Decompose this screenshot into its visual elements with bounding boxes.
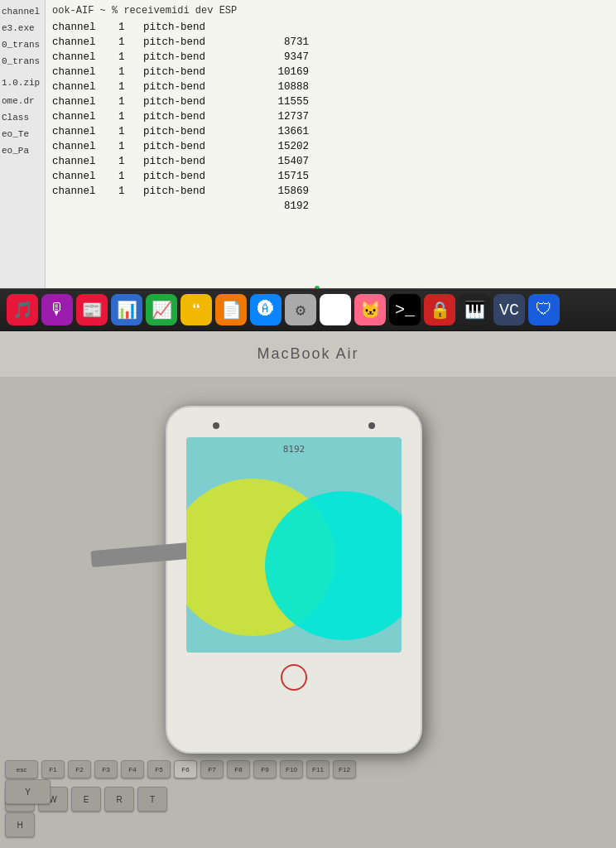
- news-icon[interactable]: 📰: [76, 294, 108, 325]
- piano-icon[interactable]: 🎹: [459, 294, 490, 325]
- device-sensor-row: [180, 422, 408, 429]
- sidebar-item: eo_Pa: [0, 142, 45, 159]
- sidebar: channel e3.exe 0_trans 0_trans 1.0.zip o…: [0, 0, 46, 323]
- terminal-row: channel1pitch-bend15202: [52, 139, 609, 154]
- macbook-label-area: MacBook Air: [0, 331, 616, 377]
- bitwarden-icon[interactable]: 🛡: [528, 294, 560, 325]
- terminal-icon[interactable]: >_: [389, 294, 421, 325]
- sidebar-item: 0_trans: [0, 53, 45, 70]
- sidebar-item: ome.dr: [0, 93, 45, 109]
- laptop-screen: channel e3.exe 0_trans 0_trans 1.0.zip o…: [0, 0, 616, 323]
- keynote-icon[interactable]: 📊: [111, 294, 142, 325]
- terminal-header: ook-AIF ~ % receivemidi dev ESP: [52, 3, 609, 18]
- game-icon[interactable]: 🐱: [354, 294, 386, 325]
- sidebar-item: eo_Te: [0, 126, 45, 142]
- key-esc[interactable]: esc: [5, 760, 38, 778]
- macbook-label: MacBook Air: [257, 345, 359, 363]
- terminal-row: channel1pitch-bend9347: [52, 50, 609, 65]
- key-f11[interactable]: F11: [306, 760, 330, 778]
- sidebar-item: 1.0.zip: [0, 75, 45, 91]
- numbers-icon[interactable]: 📈: [146, 294, 177, 325]
- vc-icon[interactable]: VC: [493, 294, 525, 325]
- key-f5[interactable]: F5: [147, 760, 171, 778]
- esp-device: 8192: [166, 406, 422, 754]
- sidebar-item: Class: [0, 109, 45, 126]
- terminal-row: channel1pitch-bend15407: [52, 154, 609, 169]
- pages-icon[interactable]: 📄: [215, 294, 247, 325]
- terminal-row: channel1pitch-bend8731: [52, 35, 609, 50]
- quotes-icon[interactable]: ❝: [180, 294, 212, 325]
- appstore-icon[interactable]: 🅐: [250, 294, 282, 325]
- chrome-icon[interactable]: ◉: [320, 294, 351, 325]
- terminal-row: channel1pitch-bend10888: [52, 80, 609, 94]
- vpn-icon[interactable]: 🔒: [424, 294, 455, 325]
- terminal-output: ook-AIF ~ % receivemidi dev ESP channel1…: [46, 0, 616, 323]
- sidebar-item: channel: [0, 3, 45, 20]
- terminal-row: 8192: [52, 199, 609, 214]
- podcasts-icon[interactable]: 🎙: [41, 294, 73, 325]
- device-screen: 8192: [186, 437, 402, 653]
- terminal-row: channel1pitch-bend11555: [52, 94, 609, 109]
- terminal-row: channel1pitch-bend13661: [52, 124, 609, 139]
- key-f10[interactable]: F10: [280, 760, 303, 778]
- sidebar-item: e3.exe: [0, 20, 45, 36]
- key-h[interactable]: H: [5, 812, 35, 837]
- key-f4[interactable]: F4: [121, 760, 144, 778]
- key-f8[interactable]: F8: [227, 760, 250, 778]
- key-y[interactable]: Y: [5, 779, 51, 804]
- key-f1[interactable]: F1: [41, 760, 65, 778]
- device-home-button[interactable]: [281, 664, 307, 691]
- terminal-row: channel1pitch-bend15869: [52, 184, 609, 199]
- key-f9[interactable]: F9: [253, 760, 277, 778]
- sidebar-item: 0_trans: [0, 36, 45, 53]
- key-f12[interactable]: F12: [333, 760, 356, 778]
- terminal-row: channel1pitch-bend15715: [52, 169, 609, 184]
- terminal-row: channel1pitch-bend12737: [52, 109, 609, 124]
- device-sensor-right: [368, 422, 375, 429]
- terminal-row: channel1pitch-bend10169: [52, 65, 609, 80]
- music-icon[interactable]: 🎵: [7, 294, 38, 325]
- key-f3[interactable]: F3: [94, 760, 118, 778]
- key-f6[interactable]: F6: [174, 760, 197, 778]
- keyboard-bottom-row: Y H: [0, 777, 616, 840]
- device-sensor-left: [213, 422, 219, 429]
- dock-bar: 🎵🎙📰📊📈❝📄🅐⚙◉🐱>_🔒🎹VC🛡: [0, 288, 616, 331]
- systemprefs-icon[interactable]: ⚙: [285, 294, 316, 325]
- key-f2[interactable]: F2: [68, 760, 91, 778]
- terminal-row: channel1pitch-bend: [52, 20, 609, 35]
- screen-value: 8192: [283, 444, 306, 455]
- key-f7[interactable]: F7: [200, 760, 224, 778]
